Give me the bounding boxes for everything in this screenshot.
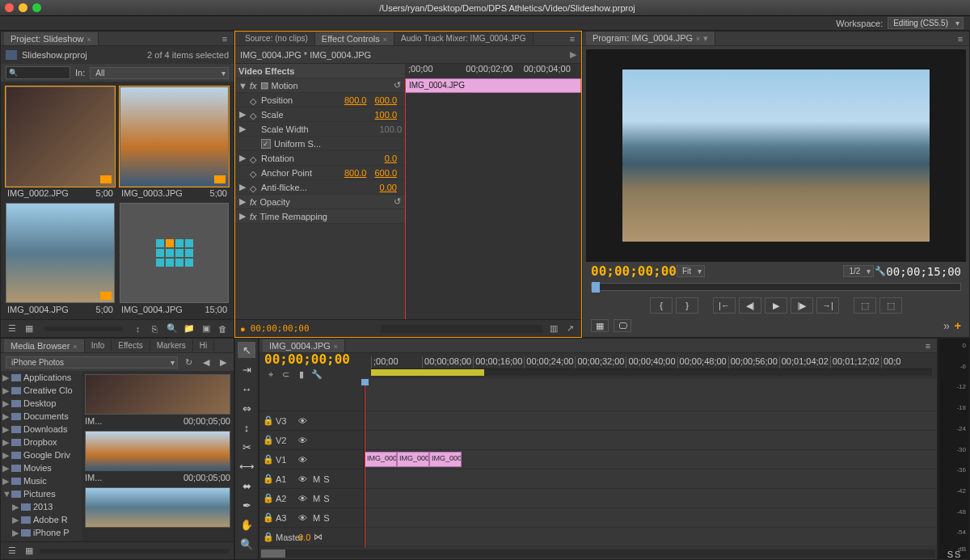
new-item-icon[interactable]: ▣ (200, 322, 212, 335)
tab-effect-controls[interactable]: Effect Controls× (315, 32, 394, 45)
slip-tool[interactable]: ⟷ (238, 458, 255, 474)
window-controls[interactable] (5, 3, 41, 12)
icon-view-icon[interactable]: ▦ (23, 322, 35, 335)
list-view-icon[interactable]: ☰ (6, 545, 18, 557)
media-list[interactable]: IM...00;00;05;00 IM...00;00;05;00 (82, 371, 234, 541)
back-icon[interactable]: ◀ (200, 356, 212, 368)
zoom-icon[interactable] (32, 3, 41, 12)
prop-uniform[interactable]: ✓Uniform S... (235, 137, 405, 151)
mark-out-button[interactable]: } (676, 297, 698, 314)
fx-opacity[interactable]: ▶fxOpacity↺ (235, 195, 405, 209)
scrub-handle[interactable] (592, 282, 600, 293)
track-head-v2[interactable]: 🔒V2👁 (259, 431, 364, 450)
folder-tree[interactable]: ▶Applications ▶Creative Clo ▶Desktop ▶Do… (1, 371, 82, 541)
go-to-out-button[interactable]: →| (816, 297, 839, 314)
workspace-select[interactable]: Editing (CS5.5) (888, 17, 964, 29)
ripple-tool[interactable]: ↔ (238, 381, 255, 397)
effects-timeline[interactable]: ;00;0000;00;02;0000;00;04;00 IMG_0004.JP… (405, 64, 581, 319)
play-button[interactable]: ▶ (765, 297, 787, 314)
thumbnail[interactable] (120, 203, 229, 303)
reset-icon[interactable]: ↺ (392, 80, 402, 91)
step-back-button[interactable]: ◀| (739, 297, 761, 314)
tab-audio-mixer[interactable]: Audio Track Mixer: IMG_0004.JPG (394, 32, 534, 44)
toggle-icon[interactable]: ↗ (564, 322, 576, 335)
track-head-a1[interactable]: 🔒A1👁MS (259, 469, 364, 489)
program-cti[interactable]: 00;00;00;00 (591, 263, 677, 279)
prop-rotation[interactable]: ▶◇Rotation0.0 (235, 151, 405, 166)
timeline-clip[interactable]: IMG_000 (429, 452, 462, 467)
zoom-tool[interactable]: 🔍 (238, 536, 255, 552)
safe-margins-button[interactable]: ▦ (591, 319, 609, 332)
tab-program[interactable]: Program: IMG_0004.JPG×▾ (586, 32, 715, 45)
minimize-icon[interactable] (19, 3, 27, 12)
rate-stretch-tool[interactable]: ↕ (238, 419, 255, 436)
thumbnail[interactable] (6, 203, 115, 303)
checkbox-icon[interactable]: ✓ (261, 139, 271, 149)
tab-history[interactable]: Hi (193, 339, 214, 352)
chevron-icon[interactable]: » (943, 319, 950, 332)
filter-select[interactable]: All (90, 67, 229, 79)
hand-tool[interactable]: ✋ (238, 516, 255, 533)
trash-icon[interactable]: 🗑 (217, 322, 229, 335)
timeline-playhead[interactable] (365, 379, 365, 548)
automate-icon[interactable]: ⎘ (149, 322, 161, 335)
timeline-cti[interactable]: 00;00;00;00 (264, 352, 365, 367)
scrollbar[interactable] (381, 325, 542, 333)
prop-flicker[interactable]: ▶◇Anti-flicke...0.00 (235, 180, 405, 195)
rolling-tool[interactable]: ⇔ (238, 400, 255, 416)
thumbnail[interactable] (85, 374, 230, 415)
timeline-clip[interactable]: IMG_000 (397, 452, 429, 467)
tab-markers[interactable]: Markers (150, 339, 193, 352)
list-view-icon[interactable]: ☰ (6, 322, 18, 335)
zoom-slider[interactable] (44, 326, 122, 331)
tab-info[interactable]: Info (85, 339, 112, 352)
refresh-icon[interactable]: ↻ (183, 356, 195, 368)
new-bin-icon[interactable]: 📁 (183, 322, 195, 335)
track-head-a3[interactable]: 🔒A3👁MS (259, 508, 364, 528)
panel-menu-icon[interactable] (219, 33, 230, 44)
fx-time-remapping[interactable]: ▶fxTime Remapping (235, 209, 405, 224)
project-bins[interactable]: IMG_0002.JPG5;00 IMG_0003.JPG5;00 IMG_00… (1, 82, 234, 319)
close-icon[interactable]: × (696, 35, 700, 43)
prop-anchor[interactable]: ◇Anchor Point800.0600.0 (235, 166, 405, 180)
source-select[interactable]: iPhone Photos (6, 356, 178, 368)
program-scrub[interactable] (586, 280, 966, 293)
thumbnail[interactable] (85, 431, 230, 471)
timeline-clip[interactable]: IMG_0004.JPG (405, 78, 581, 93)
thumbnail[interactable] (85, 487, 230, 528)
thumb-view-icon[interactable]: ▦ (23, 545, 35, 557)
track-head-v3[interactable]: 🔒V3👁 (259, 411, 364, 431)
reset-icon[interactable]: ↺ (392, 196, 402, 207)
panel-menu-icon[interactable] (922, 340, 934, 352)
toggle-icon[interactable]: ▥ (547, 322, 559, 335)
output-button[interactable]: 🖵 (614, 319, 631, 332)
timeline-clip[interactable]: IMG_000 (365, 452, 397, 467)
slide-tool[interactable]: ⬌ (238, 478, 255, 494)
prop-position[interactable]: ◇Position800.0600.0 (235, 93, 405, 107)
track-head-v1[interactable]: 🔒V1👁 (259, 450, 364, 469)
go-to-in-button[interactable]: |← (713, 297, 736, 314)
selection-tool[interactable]: ↖ (238, 342, 255, 358)
effects-cti[interactable]: 00;00;00;00 (251, 323, 310, 334)
close-icon[interactable]: × (383, 36, 387, 44)
wrench-icon[interactable]: 🔧 (874, 265, 886, 277)
find-icon[interactable]: 🔍 (166, 322, 178, 335)
thumbnail[interactable] (6, 86, 115, 187)
program-view[interactable] (586, 49, 966, 262)
zoom-select[interactable]: 1/2 (843, 265, 874, 277)
track-head-a2[interactable]: 🔒A2👁MS (259, 489, 364, 508)
fx-motion[interactable]: ▼fx▧Motion↺ (235, 78, 405, 93)
thumbnail[interactable] (120, 86, 229, 187)
razor-tool[interactable]: ✂ (238, 439, 255, 455)
pen-tool[interactable]: ✒ (238, 497, 255, 513)
tab-sequence[interactable]: IMG_0004.JPG× (263, 339, 345, 352)
close-icon[interactable]: × (87, 36, 91, 44)
playhead[interactable] (405, 78, 406, 319)
timeline-scrollbar[interactable] (261, 549, 935, 558)
step-forward-button[interactable]: |▶ (791, 297, 813, 314)
tab-source[interactable]: Source: (no clips) (238, 32, 315, 44)
track-head-master[interactable]: 🔒Master0.0⋈ (259, 528, 364, 547)
prop-scale[interactable]: ▶◇Scale100.0 (235, 107, 405, 122)
forward-icon[interactable]: ▶ (217, 356, 229, 368)
work-area-bar[interactable] (371, 369, 932, 376)
